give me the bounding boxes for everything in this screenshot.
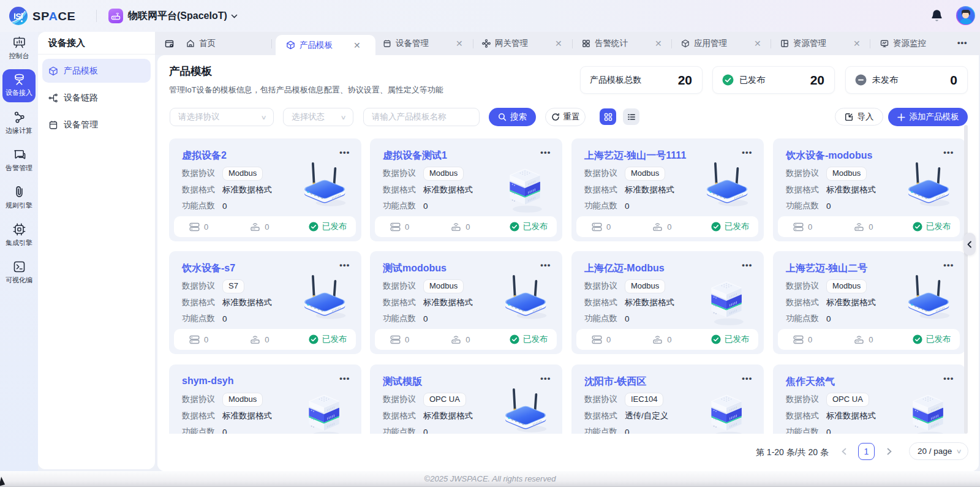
svg-text:S: S: [15, 12, 21, 21]
